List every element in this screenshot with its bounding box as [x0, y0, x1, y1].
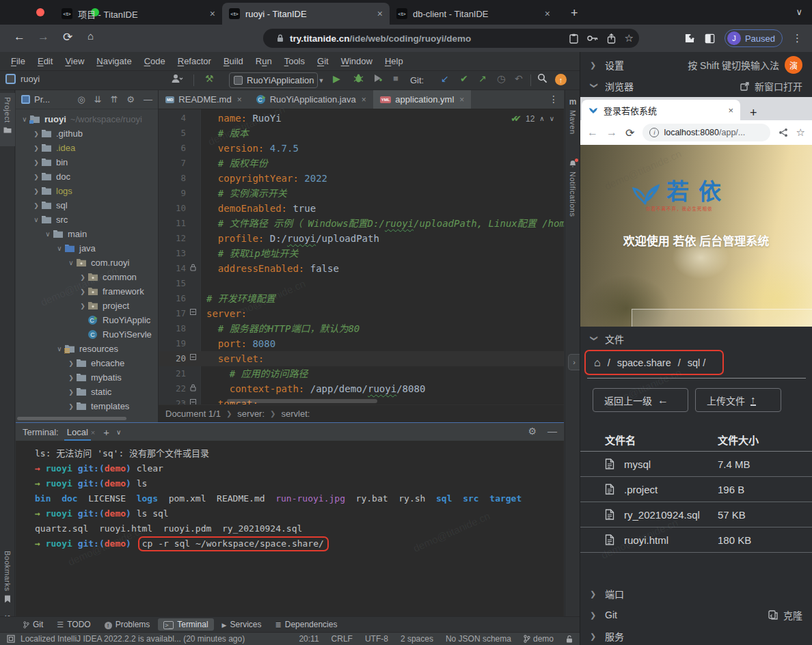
menu-git[interactable]: Git	[312, 54, 334, 68]
project-widget[interactable]: ruoyi	[5, 74, 40, 84]
code-line-14[interactable]: 14 addressEnabled: false	[159, 261, 564, 276]
run-with-coverage-icon[interactable]	[373, 73, 383, 83]
embedded-forward-icon[interactable]: →	[606, 126, 617, 139]
menu-file[interactable]: File	[5, 54, 31, 68]
code-line-17[interactable]: 17 server:	[159, 306, 564, 321]
collapse-all-icon[interactable]: ⇈	[110, 94, 118, 105]
code-line-4[interactable]: 4 name: RuoYi	[159, 111, 564, 126]
go-up-button[interactable]: 返回上一级 ←	[593, 388, 688, 412]
embedded-tab-close-icon[interactable]: ×	[728, 105, 733, 115]
new-terminal-session-icon[interactable]: +	[103, 426, 109, 438]
toolwindow-button-services[interactable]: ▶Services	[217, 618, 267, 631]
code-editor[interactable]: 4 name: RuoYi 5 # 版本 6 version: 4.7.5 7 …	[159, 109, 564, 404]
section-服务[interactable]: ❯ 服务	[580, 627, 812, 645]
tree-item-RuoYiServle[interactable]: C RuoYiServle	[16, 327, 158, 342]
editor-tab-README.md[interactable]: MDREADME.md ×	[159, 90, 249, 109]
tree-collapsed-chevron-icon[interactable]: ❯	[66, 374, 76, 381]
stripe-tab-project[interactable]: Project	[0, 93, 15, 146]
gutter-fold-icon[interactable]	[190, 399, 198, 404]
embedded-reload-icon[interactable]: ⟳	[625, 126, 634, 139]
tab-close-icon[interactable]: ×	[377, 8, 383, 19]
embedded-back-icon[interactable]: ←	[587, 126, 598, 139]
stripe-tab-maven[interactable]: m Maven	[565, 93, 580, 148]
code-line-22[interactable]: 22 context-path: /app/demo/ruoyi/8080	[159, 381, 564, 396]
section-端口[interactable]: ❯ 端口	[580, 584, 812, 603]
history-clock-icon[interactable]: ◷	[497, 73, 505, 84]
tab-close-icon[interactable]: ×	[210, 8, 215, 19]
inspections-widget[interactable]: ✔✔ 12 ∧ ∨	[511, 113, 554, 124]
tree-expanded-chevron-icon[interactable]: ∨	[20, 115, 29, 123]
debug-bug-icon[interactable]	[353, 73, 364, 83]
toolwindow-button-todo[interactable]: ☰TODO	[51, 618, 96, 631]
toolwindow-button-terminal[interactable]: >_Terminal	[158, 618, 213, 631]
upload-file-button[interactable]: 上传文件 ↑	[695, 388, 781, 412]
toolwindow-button-dependencies[interactable]: ≣Dependencies	[270, 618, 343, 631]
profile-paused-pill[interactable]: J Paused	[725, 29, 783, 47]
menu-build[interactable]: Build	[218, 54, 249, 68]
tree-item-.idea[interactable]: ❯ .idea	[16, 141, 158, 155]
section-Git[interactable]: ❯ Git 克隆	[580, 605, 812, 625]
tree-item-framework[interactable]: ❯ framework	[16, 284, 158, 299]
menu-run[interactable]: Run	[250, 54, 278, 68]
hide-panel-icon[interactable]: —	[144, 94, 152, 105]
extensions-puzzle-icon[interactable]	[685, 33, 695, 44]
menu-help[interactable]: Help	[379, 54, 409, 68]
editor-tab-application.yml[interactable]: YMLapplication.yml ×	[373, 90, 472, 109]
code-line-5[interactable]: 5 # 版本	[159, 126, 564, 141]
code-line-10[interactable]: 10 demoEnabled: true	[159, 201, 564, 216]
reload-icon[interactable]: ⟳	[63, 30, 72, 44]
home-icon[interactable]: ⌂	[87, 30, 94, 42]
home-icon[interactable]: ⌂	[594, 357, 601, 369]
tree-item-bin[interactable]: ❯ bin	[16, 155, 158, 169]
terminal-settings-gear-icon[interactable]: ⚙	[528, 426, 537, 437]
project-hscrollbar[interactable]	[17, 417, 126, 420]
files-section-header[interactable]: ❯ 文件	[580, 329, 812, 348]
sidebar-panel-icon[interactable]	[705, 33, 715, 44]
tree-item-logs[interactable]: ❯ logs	[16, 184, 158, 198]
editor-hscrollbar[interactable]	[227, 399, 377, 403]
back-icon[interactable]: ←	[14, 30, 25, 44]
status-window-icon[interactable]	[7, 635, 15, 643]
terminal-minimize-icon[interactable]: —	[547, 426, 557, 437]
tree-item-.github[interactable]: ❯ .github	[16, 126, 158, 141]
code-line-11[interactable]: 11 # 文件路径 示例（ Windows配置D:/ruoyi/uploadPa…	[159, 216, 564, 231]
editor-tab-close-icon[interactable]: ×	[362, 95, 366, 105]
share-icon[interactable]	[607, 33, 616, 44]
password-key-icon[interactable]	[587, 35, 598, 42]
tree-collapsed-chevron-icon[interactable]: ❯	[31, 188, 41, 195]
code-line-16[interactable]: 16 # 开发环境配置	[159, 291, 564, 306]
tree-item-common[interactable]: ❯ common	[16, 270, 158, 284]
embedded-bookmark-star-icon[interactable]: ☆	[796, 126, 805, 139]
tree-collapsed-chevron-icon[interactable]: ❯	[78, 274, 87, 281]
tree-collapsed-chevron-icon[interactable]: ❯	[66, 403, 76, 410]
menu-view[interactable]: View	[59, 54, 90, 68]
gutter-lock-icon[interactable]	[190, 384, 198, 393]
bookmark-star-icon[interactable]: ☆	[625, 32, 634, 44]
tab-close-icon[interactable]: ×	[545, 8, 550, 19]
tree-item-src[interactable]: ∨ src	[16, 212, 158, 227]
code-line-18[interactable]: 18 # 服务器的HTTP端口，默认为80	[159, 321, 564, 336]
tree-item-static[interactable]: ❯ static	[16, 385, 158, 399]
embedded-share-icon[interactable]	[779, 128, 788, 137]
search-everywhere-icon[interactable]	[537, 73, 547, 83]
tree-item-RuoYiApplic[interactable]: C RuoYiApplic	[16, 313, 158, 327]
editor-tab-RuoYiApplication.java[interactable]: CRuoYiApplication.java ×	[249, 90, 373, 109]
editor-tabs-menu-kebab-icon[interactable]: ⋮	[549, 94, 558, 105]
demo-avatar-badge[interactable]: 演	[785, 56, 802, 74]
settings-section-header[interactable]: ❯ 设置 按 Shift 键切换输入法 演	[580, 55, 812, 75]
tree-collapsed-chevron-icon[interactable]: ❯	[78, 288, 87, 295]
code-line-12[interactable]: 12 profile: D:/ruoyi/uploadPath	[159, 231, 564, 246]
embedded-browser-tab[interactable]: 登录若依系统 ×	[582, 100, 740, 120]
run-icon[interactable]: ▶	[333, 73, 340, 84]
browser-tab[interactable]: <t> 项目 - TitanIDE ×	[55, 3, 222, 25]
git-branch-widget[interactable]: demo	[524, 634, 554, 644]
open-new-window-button[interactable]: 新窗口打开	[740, 79, 802, 93]
tree-collapsed-chevron-icon[interactable]: ❯	[66, 389, 76, 396]
git-update-icon[interactable]: ↙	[441, 73, 449, 84]
tree-item-resources[interactable]: ∨ resources	[16, 342, 158, 356]
forward-icon[interactable]: →	[38, 30, 49, 44]
update-available-icon[interactable]: ↑	[555, 74, 567, 85]
tree-expanded-chevron-icon[interactable]: ∨	[55, 245, 64, 252]
terminal-sessions-chevron-icon[interactable]: ∨	[116, 428, 121, 436]
tree-item-ruoyi[interactable]: ∨ ruoyi ~/workspace/ruoyi	[16, 112, 158, 126]
